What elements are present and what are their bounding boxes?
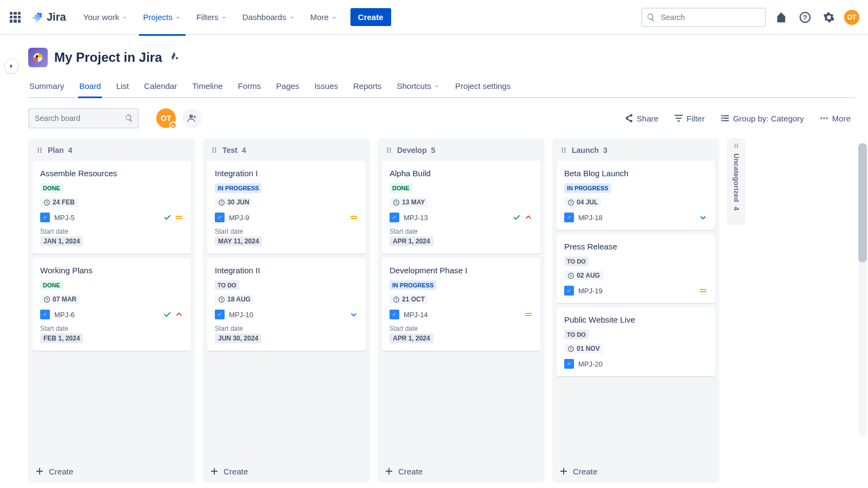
svg-point-13 xyxy=(40,151,41,152)
drag-handle-icon[interactable] xyxy=(733,143,739,149)
drag-handle-icon[interactable] xyxy=(210,146,218,154)
card-title: Alpha Build xyxy=(390,169,533,178)
nav-item-filters[interactable]: Filters xyxy=(192,9,232,25)
drag-handle-icon[interactable] xyxy=(36,146,43,154)
help-icon[interactable]: ? xyxy=(796,9,814,26)
create-issue-button[interactable]: Create xyxy=(378,460,545,483)
column-header[interactable]: Plan 4 xyxy=(28,138,195,159)
tab-issues[interactable]: Issues xyxy=(314,77,339,97)
priority-low-icon xyxy=(349,310,358,319)
board-search[interactable] xyxy=(28,108,139,129)
tab-board[interactable]: Board xyxy=(78,77,102,97)
tab-list[interactable]: List xyxy=(115,77,130,97)
column-header[interactable]: Develop 5 xyxy=(378,138,545,159)
customize-icon[interactable] xyxy=(169,51,182,64)
card-MPJ-9[interactable]: Integration I IN PROGRESS 30 JUN MPJ-9 S… xyxy=(207,161,366,254)
svg-point-26 xyxy=(387,150,388,151)
tab-calendar[interactable]: Calendar xyxy=(143,77,178,97)
tab-forms[interactable]: Forms xyxy=(237,77,263,97)
create-issue-button[interactable]: Create xyxy=(552,460,719,483)
filter-icon xyxy=(674,113,684,123)
tab-timeline[interactable]: Timeline xyxy=(191,77,224,97)
vertical-scrollbar[interactable] xyxy=(858,143,867,436)
more-button[interactable]: More xyxy=(815,110,855,126)
card-MPJ-20[interactable]: Public Website Live TO DO 01 NOV MPJ-20 xyxy=(557,307,715,376)
card-MPJ-13[interactable]: Alpha Build DONE 13 MAY MPJ-13 Start dat… xyxy=(382,161,540,254)
start-date: Start dateAPR 1, 2024 xyxy=(390,325,533,343)
global-search-input[interactable] xyxy=(641,8,766,27)
user-avatar[interactable]: OT xyxy=(844,10,859,25)
jira-logo[interactable]: Jira xyxy=(30,11,66,24)
chevron-down-icon xyxy=(122,14,128,21)
chevron-down-icon xyxy=(221,14,227,21)
card-MPJ-18[interactable]: Beta Blog Launch IN PROGRESS 04 JUL MPJ-… xyxy=(557,161,715,230)
drag-handle-icon[interactable] xyxy=(560,146,567,154)
settings-icon[interactable] xyxy=(820,9,838,26)
card-status-icons xyxy=(163,213,183,222)
task-type-icon xyxy=(215,310,225,319)
tab-pages[interactable]: Pages xyxy=(275,77,301,97)
card-MPJ-5[interactable]: Assemble Resources DONE 24 FEB MPJ-5 Sta… xyxy=(33,161,191,254)
nav-item-more[interactable]: More xyxy=(306,9,342,25)
start-date: Start dateMAY 11, 2024 xyxy=(215,228,358,246)
create-button[interactable]: Create xyxy=(350,8,391,26)
tab-project-settings[interactable]: Project settings xyxy=(454,77,512,97)
more-icon xyxy=(819,113,829,123)
more-label: More xyxy=(832,114,851,123)
notifications-icon[interactable] xyxy=(773,9,790,26)
svg-point-34 xyxy=(562,150,563,151)
global-search[interactable] xyxy=(641,8,766,27)
status-badge: DONE xyxy=(390,183,412,193)
start-date: Start dateAPR 1, 2024 xyxy=(390,228,533,246)
add-people-button[interactable] xyxy=(182,108,202,128)
column-launch: Launch 3 Beta Blog Launch IN PROGRESS 04… xyxy=(552,138,719,483)
due-date-chip: 18 AUG xyxy=(215,294,254,304)
app-switcher-icon[interactable] xyxy=(9,11,22,24)
nav-item-dashboards[interactable]: Dashboards xyxy=(238,9,299,25)
priority-low-icon xyxy=(699,213,707,222)
list-icon xyxy=(720,113,730,123)
svg-point-21 xyxy=(215,151,216,152)
tab-summary[interactable]: Summary xyxy=(28,77,65,97)
scrollbar-thumb[interactable] xyxy=(858,143,867,262)
tab-reports[interactable]: Reports xyxy=(352,77,383,97)
drag-handle-icon[interactable] xyxy=(385,146,393,154)
project-icon xyxy=(28,48,48,67)
group-by-button[interactable]: Group by: Category xyxy=(716,110,808,126)
card-MPJ-10[interactable]: Integration II TO DO 18 AUG MPJ-10 Start… xyxy=(207,258,366,351)
due-date-chip: 24 FEB xyxy=(40,197,78,207)
column-header[interactable]: Launch 3 xyxy=(552,138,719,159)
group-by-label: Group by: Category xyxy=(733,114,804,123)
search-icon xyxy=(647,13,655,22)
card-MPJ-19[interactable]: Press Release TO DO 02 AUG MPJ-19 xyxy=(557,234,715,303)
nav-item-your-work[interactable]: Your work xyxy=(79,9,132,25)
card-MPJ-14[interactable]: Development Phase I IN PROGRESS 21 OCT M… xyxy=(382,258,540,351)
nav-item-projects[interactable]: Projects xyxy=(139,9,186,25)
task-type-icon xyxy=(40,310,50,319)
column-count: 5 xyxy=(431,146,435,155)
done-check-icon xyxy=(163,213,171,222)
plus-icon xyxy=(384,466,394,476)
due-date-chip: 21 OCT xyxy=(390,294,428,304)
svg-point-35 xyxy=(564,150,565,151)
tab-shortcuts[interactable]: Shortcuts xyxy=(396,77,441,97)
create-issue-button[interactable]: Create xyxy=(28,460,195,483)
task-type-icon xyxy=(564,359,574,369)
card-status-icons xyxy=(699,213,707,222)
card-MPJ-6[interactable]: Working Plans DONE 07 MAR MPJ-6 Start da… xyxy=(33,258,191,351)
board-user-avatar[interactable]: OT o xyxy=(156,108,176,128)
column-uncategorized-collapsed[interactable]: Uncategorized4 xyxy=(727,138,745,225)
create-issue-button[interactable]: Create xyxy=(203,460,370,483)
clock-icon xyxy=(567,272,575,279)
priority-high-icon xyxy=(524,213,533,222)
card-key: MPJ-6 xyxy=(40,310,75,319)
share-button[interactable]: Share xyxy=(620,110,663,126)
sidebar-expand-button[interactable] xyxy=(4,59,19,74)
card-status-icons xyxy=(349,310,358,319)
status-badge: IN PROGRESS xyxy=(564,183,611,193)
filter-button[interactable]: Filter xyxy=(669,110,709,126)
board-search-input[interactable] xyxy=(28,108,139,129)
column-header[interactable]: Test 4 xyxy=(203,138,370,159)
status-badge: TO DO xyxy=(215,280,239,290)
clock-icon xyxy=(43,199,50,206)
